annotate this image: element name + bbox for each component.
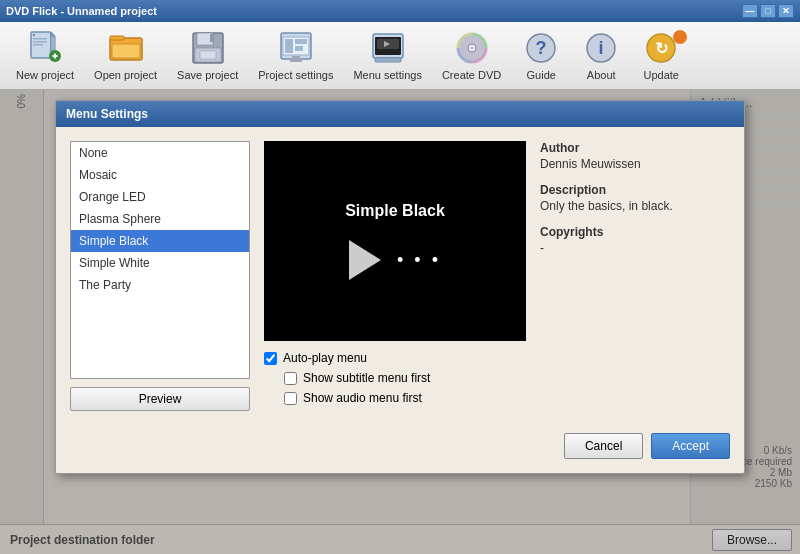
window-controls[interactable]: — □ ✕: [742, 4, 794, 18]
toolbar-guide[interactable]: ? Guide: [511, 26, 571, 85]
project-settings-icon: [278, 30, 314, 66]
svg-rect-9: [54, 54, 56, 59]
title-bar: DVD Flick - Unnamed project — □ ✕: [0, 0, 800, 22]
toolbar-update[interactable]: ↻ Update: [631, 26, 691, 85]
update-notification-dot: [673, 30, 687, 44]
svg-rect-12: [112, 44, 140, 58]
toolbar-menu-settings[interactable]: Menu settings: [343, 26, 431, 85]
video-preview: Simple Black • • •: [264, 141, 526, 341]
svg-rect-15: [210, 34, 214, 42]
svg-rect-21: [295, 39, 307, 44]
guide-label: Guide: [527, 69, 556, 81]
modal-title: Menu Settings: [56, 101, 744, 127]
modal-footer: Cancel Accept: [56, 425, 744, 473]
auto-play-checkbox[interactable]: [264, 352, 277, 365]
svg-rect-1: [33, 34, 35, 36]
copyrights-value: -: [540, 241, 730, 255]
open-project-label: Open project: [94, 69, 157, 81]
project-settings-label: Project settings: [258, 69, 333, 81]
svg-rect-17: [200, 51, 216, 59]
accept-button[interactable]: Accept: [651, 433, 730, 459]
modal-backdrop: Menu Settings None Mosaic Orange LED Pla…: [0, 90, 800, 554]
menu-item-none[interactable]: None: [71, 142, 249, 164]
play-icon[interactable]: [349, 240, 381, 280]
show-audio-row: Show audio menu first: [284, 391, 526, 405]
menu-item-simple-white[interactable]: Simple White: [71, 252, 249, 274]
info-panel: Author Dennis Meuwissen Description Only…: [540, 141, 730, 411]
create-dvd-label: Create DVD: [442, 69, 501, 81]
svg-rect-29: [375, 58, 401, 62]
author-label: Author: [540, 141, 730, 155]
new-project-icon: [27, 30, 63, 66]
menu-item-plasma-sphere[interactable]: Plasma Sphere: [71, 208, 249, 230]
menu-settings-label: Menu settings: [353, 69, 421, 81]
svg-text:?: ?: [536, 38, 547, 58]
menu-list-panel: None Mosaic Orange LED Plasma Sphere Sim…: [70, 141, 250, 411]
show-subtitle-row: Show subtitle menu first: [284, 371, 526, 385]
svg-marker-6: [51, 32, 55, 36]
create-dvd-icon: [454, 30, 490, 66]
menu-dots: • • •: [397, 250, 441, 271]
menu-settings-icon: [370, 30, 406, 66]
menu-item-the-party[interactable]: The Party: [71, 274, 249, 296]
close-button[interactable]: ✕: [778, 4, 794, 18]
video-controls: • • •: [349, 240, 441, 280]
toolbar: New project Open project Save project: [0, 22, 800, 90]
preview-button[interactable]: Preview: [70, 387, 250, 411]
show-subtitle-checkbox[interactable]: [284, 372, 297, 385]
preview-panel: Simple Black • • • Auto-play menu: [264, 141, 526, 411]
svg-text:i: i: [599, 38, 604, 58]
about-icon: i: [583, 30, 619, 66]
window-title: DVD Flick - Unnamed project: [6, 5, 157, 17]
guide-icon: ?: [523, 30, 559, 66]
modal-body: None Mosaic Orange LED Plasma Sphere Sim…: [56, 127, 744, 425]
copyrights-label: Copyrights: [540, 225, 730, 239]
svg-rect-2: [33, 38, 47, 40]
show-subtitle-label: Show subtitle menu first: [303, 371, 430, 385]
show-audio-checkbox[interactable]: [284, 392, 297, 405]
author-value: Dennis Meuwissen: [540, 157, 730, 171]
save-project-icon: [190, 30, 226, 66]
svg-rect-11: [110, 36, 124, 40]
video-preview-title: Simple Black: [345, 202, 445, 220]
svg-rect-4: [33, 44, 43, 46]
toolbar-open-project[interactable]: Open project: [84, 26, 167, 85]
toolbar-save-project[interactable]: Save project: [167, 26, 248, 85]
save-project-label: Save project: [177, 69, 238, 81]
svg-point-32: [470, 46, 474, 50]
open-project-icon: [108, 30, 144, 66]
show-audio-label: Show audio menu first: [303, 391, 422, 405]
description-label: Description: [540, 183, 730, 197]
menu-item-mosaic[interactable]: Mosaic: [71, 164, 249, 186]
toolbar-create-dvd[interactable]: Create DVD: [432, 26, 511, 85]
menu-item-orange-led[interactable]: Orange LED: [71, 186, 249, 208]
about-label: About: [587, 69, 616, 81]
auto-play-row: Auto-play menu: [264, 351, 526, 365]
menu-settings-dialog: Menu Settings None Mosaic Orange LED Pla…: [55, 100, 745, 474]
toolbar-about[interactable]: i About: [571, 26, 631, 85]
toolbar-new-project[interactable]: New project: [6, 26, 84, 85]
menu-list: None Mosaic Orange LED Plasma Sphere Sim…: [70, 141, 250, 379]
svg-rect-24: [292, 56, 300, 60]
update-label: Update: [643, 69, 678, 81]
auto-play-label: Auto-play menu: [283, 351, 367, 365]
svg-rect-20: [285, 39, 293, 53]
svg-rect-3: [33, 41, 47, 43]
maximize-button[interactable]: □: [760, 4, 776, 18]
svg-rect-22: [295, 46, 303, 51]
new-project-label: New project: [16, 69, 74, 81]
menu-item-simple-black[interactable]: Simple Black: [71, 230, 249, 252]
minimize-button[interactable]: —: [742, 4, 758, 18]
toolbar-project-settings[interactable]: Project settings: [248, 26, 343, 85]
description-value: Only the basics, in black.: [540, 199, 730, 213]
cancel-button[interactable]: Cancel: [564, 433, 643, 459]
svg-text:↻: ↻: [655, 40, 668, 57]
